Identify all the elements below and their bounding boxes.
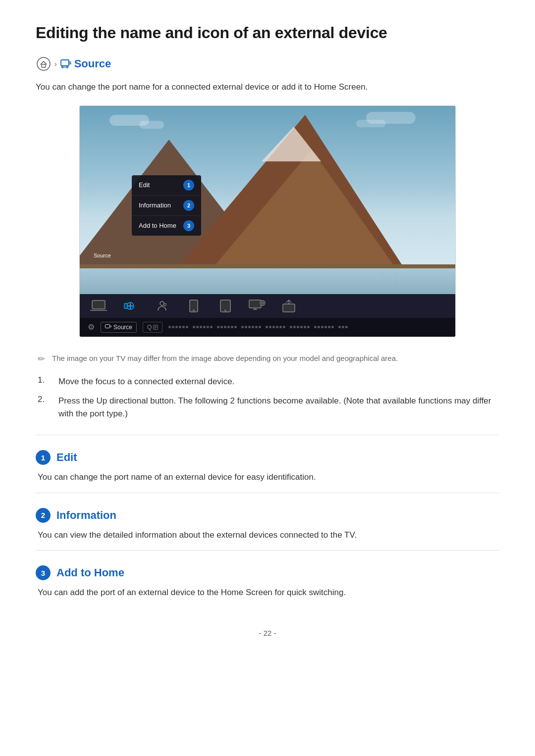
taskbar-source-label: Source: [113, 324, 132, 331]
svg-point-9: [160, 302, 164, 305]
svg-rect-19: [106, 325, 110, 328]
source-label-on-screen: Source: [94, 252, 111, 258]
svg-rect-13: [220, 300, 230, 312]
tv-icon-phone: [185, 299, 203, 313]
divider-1: [36, 435, 499, 435]
tv-icon-tablet: [216, 299, 234, 313]
svg-point-4: [66, 67, 68, 68]
section-2-body: You can view the detailed information ab…: [36, 529, 499, 542]
svg-rect-18: [283, 304, 295, 312]
search-q-label: Q: [147, 324, 152, 331]
svg-rect-8: [124, 303, 127, 308]
section-1-badge: 1: [36, 450, 51, 465]
source-label: Source: [74, 57, 111, 70]
tv-icons-bar: [80, 294, 455, 318]
note-text: The image on your TV may differ from the…: [52, 353, 398, 364]
section-2-badge: 2: [36, 508, 51, 523]
svg-rect-11: [190, 300, 198, 312]
pencil-icon: ✏: [38, 353, 45, 364]
numbered-list: 1. Move the focus to a connected externa…: [36, 375, 499, 420]
step-1-text: Move the focus to a connected external d…: [58, 375, 234, 388]
menu-badge-1: 1: [183, 180, 194, 191]
note-row: ✏ The image on your TV may differ from t…: [36, 353, 499, 364]
tv-icon-settings: [153, 299, 171, 313]
tv-icon-monitor-settings: [248, 299, 266, 313]
menu-badge-2: 2: [183, 200, 194, 211]
divider-3: [36, 550, 499, 551]
section-information-header: 2 Information: [36, 508, 499, 523]
taskbar-gear-icon: ⚙: [88, 322, 95, 332]
svg-rect-1: [42, 64, 46, 67]
context-menu-item-information[interactable]: Information 2: [132, 196, 201, 216]
breadcrumb-chevron: ›: [54, 60, 57, 68]
tv-screenshot: Edit 1 Information 2 Add to Home 3 Sourc…: [79, 105, 456, 337]
menu-item-add-label: Add to Home: [139, 222, 176, 229]
section-add-to-home-header: 3 Add to Home: [36, 565, 499, 580]
breadcrumb-source: Source: [60, 57, 111, 70]
svg-rect-2: [61, 60, 69, 66]
source-icon: [60, 58, 72, 70]
section-edit-header: 1 Edit: [36, 450, 499, 465]
section-3-badge: 3: [36, 565, 51, 580]
svg-rect-6: [92, 301, 105, 309]
svg-point-16: [260, 301, 265, 305]
context-menu-item-edit[interactable]: Edit 1: [132, 175, 201, 196]
home-icon: [36, 56, 52, 72]
tv-taskbar: ⚙ Source Q: [80, 318, 455, 337]
breadcrumb: › Source: [36, 56, 499, 72]
divider-2: [36, 493, 499, 493]
context-menu: Edit 1 Information 2 Add to Home 3: [132, 175, 201, 236]
tv-screen: Edit 1 Information 2 Add to Home 3 Sourc…: [80, 106, 455, 294]
intro-text: You can change the port name for a conne…: [36, 81, 499, 94]
taskbar-dots: [168, 326, 447, 328]
taskbar-search-button[interactable]: Q: [143, 322, 162, 333]
tv-icon-antenna: [280, 299, 298, 313]
step-2-text: Press the Up directional button. The fol…: [58, 395, 499, 420]
svg-rect-15: [249, 300, 261, 308]
svg-point-3: [61, 67, 63, 68]
section-2-title: Information: [56, 509, 116, 522]
menu-item-info-label: Information: [139, 202, 171, 209]
step-1-number: 1.: [38, 375, 52, 385]
context-menu-item-add-to-home[interactable]: Add to Home 3: [132, 216, 201, 236]
menu-item-edit-label: Edit: [139, 181, 150, 189]
section-1-body: You can change the port name of an exter…: [36, 471, 499, 484]
page-number: - 22 -: [36, 629, 499, 637]
section-3-body: You can add the port of an external devi…: [36, 586, 499, 599]
section-1-title: Edit: [56, 451, 77, 464]
menu-badge-3: 3: [183, 220, 194, 231]
page-title: Editing the name and icon of an external…: [36, 24, 499, 42]
svg-point-0: [37, 57, 50, 70]
tv-icon-usb: [121, 299, 139, 313]
step-2: 2. Press the Up directional button. The …: [38, 395, 499, 420]
tv-icon-laptop: [90, 299, 107, 313]
taskbar-source-button[interactable]: Source: [101, 322, 137, 333]
step-1: 1. Move the focus to a connected externa…: [38, 375, 499, 388]
section-3-title: Add to Home: [56, 566, 124, 579]
step-2-number: 2.: [38, 395, 52, 404]
